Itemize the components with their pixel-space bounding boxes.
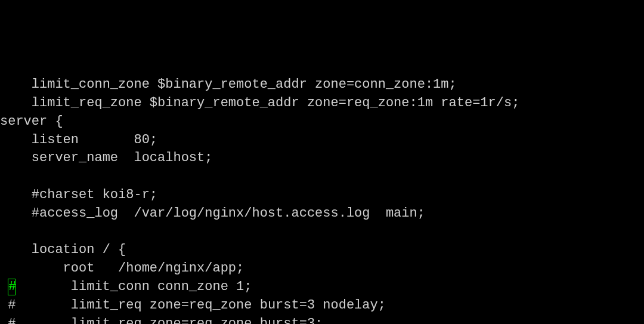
code-line: listen 80;	[0, 131, 644, 150]
code-line: location / {	[0, 241, 644, 260]
code-line	[0, 223, 644, 242]
code-line: limit_req_zone $binary_remote_addr zone=…	[0, 94, 644, 113]
code-text: #charset koi8-r;	[0, 187, 157, 202]
terminal-output[interactable]: limit_conn_zone $binary_remote_addr zone…	[0, 76, 644, 324]
code-text: limit_conn conn_zone 1;	[16, 279, 252, 294]
code-text: limit_req zone=req_zone burst=3;	[16, 316, 323, 324]
code-text: server_name localhost;	[0, 150, 212, 165]
cursor: #	[8, 279, 16, 295]
code-line: server_name localhost;	[0, 149, 644, 168]
code-line: #access_log /var/log/nginx/host.access.l…	[0, 205, 644, 223]
code-line: # limit_req zone=req_zone burst=3;	[0, 315, 644, 324]
code-line: #charset koi8-r;	[0, 186, 644, 205]
code-text: server {	[0, 114, 63, 129]
code-line: # limit_conn conn_zone 1;	[0, 278, 644, 297]
code-text: limit_conn_zone $binary_remote_addr zone…	[0, 77, 457, 92]
comment-marker: #	[0, 298, 16, 313]
code-text: #access_log /var/log/nginx/host.access.l…	[0, 206, 425, 221]
code-line: # limit_req zone=req_zone burst=3 nodela…	[0, 297, 644, 315]
code-line	[0, 168, 644, 186]
code-line: root /home/nginx/app;	[0, 260, 644, 278]
comment-marker: #	[0, 316, 16, 324]
code-line: server {	[0, 113, 644, 131]
code-text: listen 80;	[0, 132, 157, 147]
code-line: limit_conn_zone $binary_remote_addr zone…	[0, 76, 644, 94]
code-text: location / {	[0, 242, 126, 257]
code-text: limit_req_zone $binary_remote_addr zone=…	[0, 95, 519, 110]
code-text: limit_req zone=req_zone burst=3 nodelay;	[16, 298, 386, 313]
code-text: root /home/nginx/app;	[0, 261, 244, 276]
